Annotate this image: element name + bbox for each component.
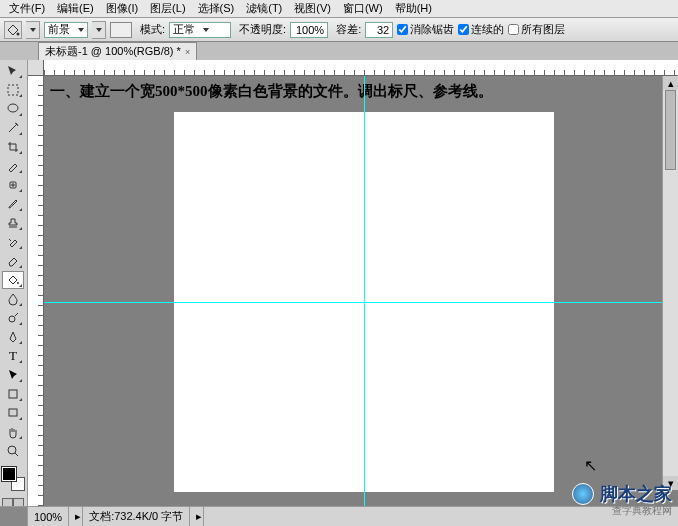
instruction-text: 一、建立一个宽500*500像素白色背景的文件。调出标尺、参考线。	[50, 82, 493, 101]
zoom-level[interactable]: 100%	[28, 507, 69, 526]
all-layers-checkbox[interactable]: 所有图层	[508, 22, 565, 37]
workspace: 一、建立一个宽500*500像素白色背景的文件。调出标尺、参考线。 ↖ ▴ ▾	[28, 60, 678, 506]
path-select-tool[interactable]	[2, 366, 24, 384]
pattern-picker[interactable]	[92, 21, 106, 39]
antialias-checkbox[interactable]: 消除锯齿	[397, 22, 454, 37]
canvas-area[interactable]: 一、建立一个宽500*500像素白色背景的文件。调出标尺、参考线。 ↖	[44, 76, 678, 506]
crop-tool[interactable]	[2, 138, 24, 156]
guide-horizontal[interactable]	[44, 302, 678, 303]
tolerance-label: 容差:	[336, 22, 361, 37]
menu-filter[interactable]: 滤镜(T)	[241, 0, 287, 18]
menu-select[interactable]: 选择(S)	[193, 0, 240, 18]
menu-image[interactable]: 图像(I)	[101, 0, 143, 18]
svg-point-2	[8, 104, 18, 112]
menu-bar: 文件(F) 编辑(E) 图像(I) 图层(L) 选择(S) 滤镜(T) 视图(V…	[0, 0, 678, 18]
toolbox: T	[0, 60, 28, 506]
eraser-tool[interactable]	[2, 252, 24, 270]
healing-tool[interactable]	[2, 176, 24, 194]
cursor-icon: ↖	[584, 456, 597, 475]
doc-size: 文档:732.4K/0 字节	[83, 507, 190, 526]
mode-label: 模式:	[140, 22, 165, 37]
svg-rect-7	[9, 409, 17, 416]
move-tool[interactable]	[2, 62, 24, 80]
hand-tool[interactable]	[2, 423, 24, 441]
watermark-text: 脚本之家	[600, 482, 672, 506]
ruler-vertical[interactable]	[28, 76, 44, 506]
svg-rect-1	[8, 85, 18, 95]
opacity-label: 不透明度:	[239, 22, 286, 37]
type-tool[interactable]: T	[2, 347, 24, 365]
svg-rect-6	[9, 390, 17, 398]
bucket-tool-icon[interactable]	[4, 21, 22, 39]
wand-tool[interactable]	[2, 119, 24, 137]
watermark-sub: 查字典教程网	[612, 504, 672, 518]
ruler-origin[interactable]	[28, 60, 44, 76]
close-icon[interactable]: ×	[185, 47, 190, 57]
tolerance-input[interactable]	[365, 22, 393, 38]
menu-help[interactable]: 帮助(H)	[390, 0, 437, 18]
contiguous-checkbox[interactable]: 连续的	[458, 22, 504, 37]
scrollbar-vertical[interactable]: ▴ ▾	[662, 76, 678, 490]
menu-view[interactable]: 视图(V)	[289, 0, 336, 18]
bucket-tool[interactable]	[2, 271, 24, 289]
foreground-swatch[interactable]	[2, 467, 16, 481]
eyedropper-tool[interactable]	[2, 157, 24, 175]
brush-tool[interactable]	[2, 195, 24, 213]
marquee-tool[interactable]	[2, 81, 24, 99]
pen-tool[interactable]	[2, 328, 24, 346]
ruler-horizontal[interactable]	[44, 60, 678, 76]
notes-tool[interactable]	[2, 404, 24, 422]
status-bar: 100% ▸ 文档:732.4K/0 字节 ▸	[0, 506, 678, 526]
stamp-tool[interactable]	[2, 214, 24, 232]
watermark-logo-icon	[572, 483, 594, 505]
svg-point-0	[17, 32, 20, 35]
svg-point-8	[8, 446, 16, 454]
blur-tool[interactable]	[2, 290, 24, 308]
menu-window[interactable]: 窗口(W)	[338, 0, 388, 18]
zoom-tool[interactable]	[2, 442, 24, 460]
lasso-tool[interactable]	[2, 100, 24, 118]
scroll-thumb[interactable]	[665, 90, 676, 170]
dodge-tool[interactable]	[2, 309, 24, 327]
blend-mode-select[interactable]	[169, 22, 231, 38]
shape-tool[interactable]	[2, 385, 24, 403]
guide-vertical[interactable]	[364, 76, 365, 506]
history-brush-tool[interactable]	[2, 233, 24, 251]
options-bar: 模式: 不透明度: 容差: 消除锯齿 连续的 所有图层	[0, 18, 678, 42]
status-arrow-icon[interactable]: ▸	[69, 507, 83, 526]
pattern-swatch[interactable]	[110, 22, 132, 38]
document-tab[interactable]: 未标题-1 @ 100%(RGB/8) *×	[38, 42, 197, 60]
menu-file[interactable]: 文件(F)	[4, 0, 50, 18]
svg-point-5	[9, 316, 15, 322]
document-tabs: 未标题-1 @ 100%(RGB/8) *×	[0, 42, 678, 60]
tool-preset-dropdown[interactable]	[26, 21, 40, 39]
menu-layer[interactable]: 图层(L)	[145, 0, 190, 18]
scroll-up-icon[interactable]: ▴	[663, 76, 678, 90]
watermark: 脚本之家	[572, 482, 672, 506]
color-swatches[interactable]	[2, 467, 25, 491]
menu-edit[interactable]: 编辑(E)	[52, 0, 99, 18]
fill-source-select[interactable]	[44, 22, 88, 38]
status-menu-icon[interactable]: ▸	[190, 507, 204, 526]
status-pad	[0, 507, 28, 526]
opacity-input[interactable]	[290, 22, 328, 38]
